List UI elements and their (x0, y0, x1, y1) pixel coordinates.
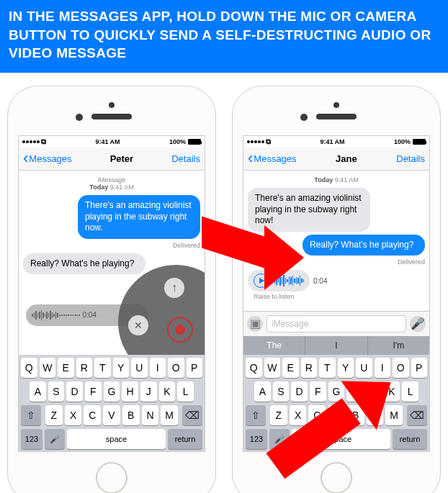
sent-bubble: Really? What's he playing? (303, 235, 425, 256)
contact-name: Jane (336, 153, 357, 164)
numbers-key[interactable]: 123 (21, 429, 42, 449)
backspace-key[interactable]: ⌫ (182, 405, 202, 425)
waveform-icon (32, 309, 80, 321)
back-button[interactable]: Messages (23, 153, 72, 164)
key-e[interactable]: E (58, 358, 74, 378)
key-e[interactable]: E (282, 358, 299, 378)
key-k[interactable]: K (159, 381, 176, 402)
key-o[interactable]: O (168, 358, 184, 378)
record-overlay: ↑ ✕ (118, 265, 205, 355)
audio-duration: 0:04 (313, 277, 327, 285)
key-h[interactable]: H (122, 381, 138, 402)
key-g[interactable]: G (104, 381, 120, 402)
key-w[interactable]: W (40, 358, 56, 378)
status-bar: ⧉ 9:41 AM 100% (19, 136, 205, 148)
predict-2[interactable]: I (305, 336, 367, 355)
key-t[interactable]: T (94, 358, 111, 378)
keyboard[interactable]: QWERTYUIOP ASDFGHJKL ⇧ZXCVBNM⌫ 123 🎤 spa… (19, 355, 205, 451)
record-button[interactable] (167, 317, 193, 343)
details-button[interactable]: Details (396, 153, 425, 164)
callout-arrow-1 (202, 209, 295, 296)
contact-name: Peter (110, 153, 134, 164)
key-u[interactable]: U (131, 358, 148, 378)
shift-key[interactable]: ⇧ (246, 405, 266, 425)
audio-duration: 0:04 (83, 311, 97, 319)
send-up-button[interactable]: ↑ (164, 278, 184, 298)
key-s[interactable]: S (273, 381, 290, 402)
message-input[interactable]: iMessage (266, 315, 406, 333)
return-key[interactable]: return (168, 429, 202, 449)
key-p[interactable]: P (411, 358, 428, 378)
wifi-icon: ⧉ (41, 137, 46, 146)
camera-button[interactable]: ▣ (247, 316, 263, 332)
key-x[interactable]: X (65, 405, 82, 425)
key-s[interactable]: S (48, 381, 65, 402)
details-button[interactable]: Details (171, 153, 200, 164)
key-q[interactable]: Q (246, 358, 262, 378)
status-battery: 100% (394, 138, 411, 145)
key-q[interactable]: Q (21, 358, 37, 378)
phone-left: ⧉ 9:41 AM 100% Messages Peter Details iM… (7, 86, 216, 493)
key-m[interactable]: M (161, 405, 178, 425)
key-a[interactable]: A (30, 381, 46, 402)
key-c[interactable]: C (84, 405, 101, 425)
dictate-key[interactable]: 🎤 (45, 429, 65, 449)
predict-3[interactable]: I'm (368, 336, 429, 355)
key-b[interactable]: B (122, 405, 140, 425)
predict-1[interactable]: The (243, 336, 305, 355)
key-j[interactable]: J (140, 381, 157, 402)
backspace-key[interactable]: ⌫ (407, 405, 427, 425)
key-t[interactable]: T (319, 358, 336, 378)
battery-icon (188, 139, 201, 145)
status-bar: ⧉ 9:41 AM 100% (243, 136, 429, 148)
mic-icon: 🎤 (411, 317, 425, 330)
space-key[interactable]: space (67, 429, 166, 449)
thread-header: iMessageToday 9:41 AM (23, 176, 200, 191)
shift-key[interactable]: ⇧ (21, 405, 41, 425)
key-d[interactable]: D (66, 381, 83, 402)
cancel-button[interactable]: ✕ (128, 315, 148, 335)
received-bubble: Really? What's he playing? (23, 253, 145, 275)
mic-button[interactable]: 🎤 (410, 316, 426, 332)
key-p[interactable]: P (187, 358, 203, 378)
battery-icon (413, 139, 426, 145)
key-r[interactable]: R (76, 358, 93, 378)
thread-timestamp: Today 9:41 AM (248, 176, 425, 184)
status-time: 9:41 AM (95, 138, 120, 145)
key-l[interactable]: L (177, 381, 194, 402)
back-button[interactable]: Messages (248, 153, 297, 164)
key-i[interactable]: I (150, 358, 166, 378)
key-r[interactable]: R (301, 358, 318, 378)
predictive-bar[interactable]: The I I'm (243, 336, 429, 355)
key-y[interactable]: Y (113, 358, 130, 378)
sent-bubble: There's an amazing violinist playing in … (78, 195, 200, 239)
key-n[interactable]: N (142, 405, 159, 425)
key-a[interactable]: A (254, 381, 271, 402)
camera-icon: ▣ (250, 317, 261, 330)
status-battery: 100% (169, 138, 186, 145)
key-w[interactable]: W (264, 358, 281, 378)
tip-banner: In the Messages App, hold down the mic o… (0, 0, 448, 73)
key-o[interactable]: O (393, 358, 409, 378)
delivered-label: Delivered (23, 242, 200, 249)
wifi-icon: ⧉ (266, 137, 271, 146)
key-l[interactable]: L (402, 381, 418, 402)
key-z[interactable]: Z (45, 405, 63, 425)
key-v[interactable]: V (103, 405, 120, 425)
key-f[interactable]: F (85, 381, 102, 402)
status-time: 9:41 AM (320, 138, 344, 145)
